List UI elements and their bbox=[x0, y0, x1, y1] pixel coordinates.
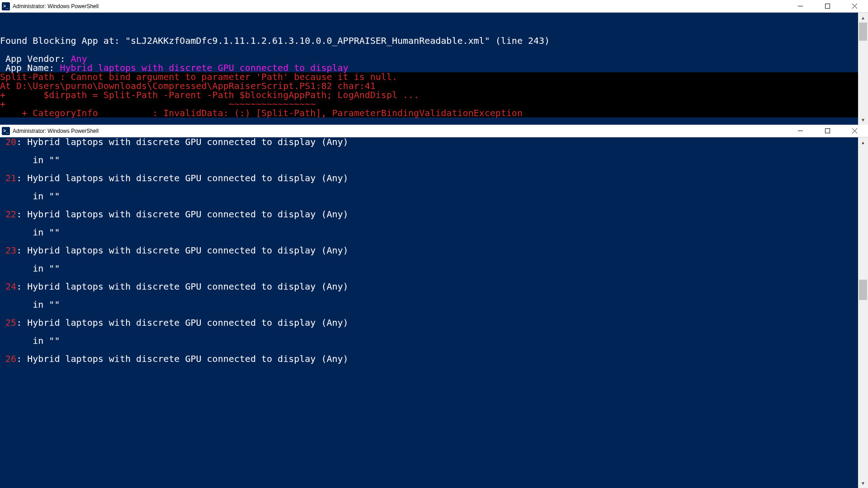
entry-text: : Hybrid laptops with discrete GPU conne… bbox=[16, 353, 349, 364]
powershell-window-top: >_ Administrator: Windows PowerShell Fou… bbox=[0, 0, 868, 125]
title-left: >_ Administrator: Windows PowerShell bbox=[0, 127, 99, 135]
scroll-track[interactable] bbox=[858, 23, 868, 115]
entry-sub: in "" bbox=[0, 155, 60, 165]
window-title: Administrator: Windows PowerShell bbox=[13, 128, 99, 134]
window-controls bbox=[787, 125, 868, 137]
scrollbar[interactable]: ▲ ▼ bbox=[858, 13, 868, 125]
scroll-thumb[interactable] bbox=[859, 23, 867, 41]
console-output: 20: Hybrid laptops with discrete GPU con… bbox=[0, 137, 868, 363]
entry-text: : Hybrid laptops with discrete GPU conne… bbox=[16, 281, 349, 292]
close-icon bbox=[852, 128, 857, 133]
minimize-icon bbox=[798, 4, 803, 9]
error-block: Split-Path : Cannot bind argument to par… bbox=[0, 72, 868, 117]
entry-sub: in "" bbox=[0, 263, 60, 274]
close-icon bbox=[852, 4, 857, 9]
entry-text: : Hybrid laptops with discrete GPU conne… bbox=[16, 209, 349, 220]
entry-text: : Hybrid laptops with discrete GPU conne… bbox=[16, 317, 349, 328]
error-line-5: + CategoryInfo : InvalidData: (:) [Split… bbox=[0, 108, 523, 118]
entry-text: : Hybrid laptops with discrete GPU conne… bbox=[16, 245, 349, 256]
titlebar[interactable]: >_ Administrator: Windows PowerShell bbox=[0, 125, 868, 137]
maximize-icon bbox=[825, 4, 830, 9]
found-blocking-line: Found Blocking App at: "sLJ2AKKzfOamDfc9… bbox=[0, 35, 550, 46]
close-button[interactable] bbox=[841, 0, 868, 12]
titlebar[interactable]: >_ Administrator: Windows PowerShell bbox=[0, 0, 868, 13]
entry-sub: in "" bbox=[0, 299, 60, 310]
minimize-icon bbox=[798, 128, 803, 133]
scrollbar[interactable]: ▲ ▼ bbox=[858, 137, 868, 488]
entry-sub: in "" bbox=[0, 227, 60, 238]
maximize-icon bbox=[825, 128, 830, 133]
entry-sub: in "" bbox=[0, 191, 60, 202]
window-title: Administrator: Windows PowerShell bbox=[13, 3, 99, 9]
scroll-down-button[interactable]: ▼ bbox=[858, 478, 868, 488]
entry-text: : Hybrid laptops with discrete GPU conne… bbox=[16, 173, 349, 183]
window-controls bbox=[787, 0, 868, 12]
minimize-button[interactable] bbox=[787, 125, 814, 137]
close-button[interactable] bbox=[841, 125, 868, 137]
title-left: >_ Administrator: Windows PowerShell bbox=[0, 2, 99, 10]
powershell-window-bottom: >_ Administrator: Windows PowerShell 20:… bbox=[0, 125, 868, 488]
scroll-down-button[interactable]: ▼ bbox=[858, 115, 868, 125]
entry-index: 26 bbox=[0, 353, 16, 364]
svg-rect-1 bbox=[825, 4, 830, 9]
powershell-icon: >_ bbox=[2, 2, 10, 10]
maximize-button[interactable] bbox=[814, 0, 841, 12]
scroll-up-button[interactable]: ▲ bbox=[858, 137, 868, 147]
scroll-up-button[interactable]: ▲ bbox=[858, 13, 868, 23]
entry-text: : Hybrid laptops with discrete GPU conne… bbox=[16, 137, 349, 147]
svg-rect-5 bbox=[825, 129, 830, 133]
maximize-button[interactable] bbox=[814, 125, 841, 137]
console-output: Found Blocking App at: "sLJ2AKKzfOamDfc9… bbox=[0, 13, 868, 117]
powershell-icon: >_ bbox=[2, 127, 10, 135]
minimize-button[interactable] bbox=[787, 0, 814, 12]
scroll-thumb[interactable] bbox=[859, 280, 867, 300]
entry-sub: in "" bbox=[0, 335, 60, 346]
scroll-track[interactable] bbox=[858, 147, 868, 478]
console-area[interactable]: 20: Hybrid laptops with discrete GPU con… bbox=[0, 137, 868, 488]
console-area[interactable]: Found Blocking App at: "sLJ2AKKzfOamDfc9… bbox=[0, 13, 868, 125]
